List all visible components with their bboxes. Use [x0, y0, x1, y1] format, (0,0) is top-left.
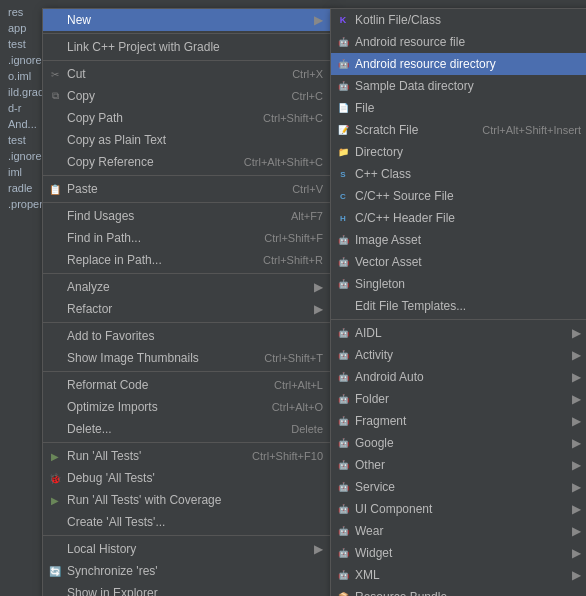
cpp-source-icon: C	[335, 188, 351, 204]
analyze-icon	[47, 279, 63, 295]
menu-item-label: Singleton	[355, 277, 581, 291]
menu-item-label: Copy	[67, 89, 284, 103]
arrow-icon: ▶	[572, 458, 581, 472]
menu-item-cpp-header[interactable]: H C/C++ Header File	[331, 207, 586, 229]
menu-item-singleton[interactable]: 🤖 Singleton	[331, 273, 586, 295]
widget-icon: 🤖	[335, 545, 351, 561]
menu-item-find-usages[interactable]: Find Usages Alt+F7	[43, 205, 331, 227]
secondary-context-menu: K Kotlin File/Class 🤖 Android resource f…	[330, 8, 586, 596]
arrow-icon: ▶	[572, 436, 581, 450]
menu-item-label: Run 'All Tests' with Coverage	[67, 493, 323, 507]
menu-item-sample-data[interactable]: 🤖 Sample Data directory	[331, 75, 586, 97]
menu-item-find-path[interactable]: Find in Path... Ctrl+Shift+F	[43, 227, 331, 249]
menu-item-aidl[interactable]: 🤖 AIDL ▶	[331, 322, 586, 344]
menu-item-copy[interactable]: ⧉ Copy Ctrl+C	[43, 85, 331, 107]
shortcut-text: Ctrl+X	[292, 68, 323, 80]
menu-item-fragment[interactable]: 🤖 Fragment ▶	[331, 410, 586, 432]
kotlin-icon: K	[335, 12, 351, 28]
optimize-icon	[47, 399, 63, 415]
menu-item-replace-path[interactable]: Replace in Path... Ctrl+Shift+R	[43, 249, 331, 271]
menu-item-label: Run 'All Tests'	[67, 449, 244, 463]
menu-item-ui-component[interactable]: 🤖 UI Component ▶	[331, 498, 586, 520]
ui-icon: 🤖	[335, 501, 351, 517]
menu-item-link-cpp[interactable]: Link C++ Project with Gradle	[43, 36, 331, 58]
copy-icon: ⧉	[47, 88, 63, 104]
menu-item-kotlin-file[interactable]: K Kotlin File/Class	[331, 9, 586, 31]
menu-item-activity[interactable]: 🤖 Activity ▶	[331, 344, 586, 366]
shortcut-text: Ctrl+Shift+F10	[252, 450, 323, 462]
menu-item-local-history[interactable]: Local History ▶	[43, 538, 331, 560]
menu-item-google[interactable]: 🤖 Google ▶	[331, 432, 586, 454]
activity-icon: 🤖	[335, 347, 351, 363]
menu-divider	[331, 319, 586, 320]
image-asset-icon: 🤖	[335, 232, 351, 248]
menu-item-label: Vector Asset	[355, 255, 581, 269]
cpp-class-icon: S	[335, 166, 351, 182]
menu-item-resource-bundle[interactable]: 📦 Resource Bundle	[331, 586, 586, 596]
menu-item-xml[interactable]: 🤖 XML ▶	[331, 564, 586, 586]
menu-item-label: Other	[355, 458, 568, 472]
arrow-icon: ▶	[572, 326, 581, 340]
menu-item-label: Sample Data directory	[355, 79, 581, 93]
menu-item-android-resource-file[interactable]: 🤖 Android resource file	[331, 31, 586, 53]
menu-item-android-resource-dir[interactable]: 🤖 Android resource directory	[331, 53, 586, 75]
android-resource-dir-icon: 🤖	[335, 56, 351, 72]
menu-item-service[interactable]: 🤖 Service ▶	[331, 476, 586, 498]
menu-item-refactor[interactable]: Refactor ▶	[43, 298, 331, 320]
menu-item-label: Optimize Imports	[67, 400, 264, 414]
menu-item-label: Resource Bundle	[355, 590, 581, 596]
menu-item-android-auto[interactable]: 🤖 Android Auto ▶	[331, 366, 586, 388]
file-icon: 📄	[335, 100, 351, 116]
menu-item-wear[interactable]: 🤖 Wear ▶	[331, 520, 586, 542]
menu-item-edit-templates[interactable]: Edit File Templates...	[331, 295, 586, 317]
menu-item-paste[interactable]: 📋 Paste Ctrl+V	[43, 178, 331, 200]
menu-item-label: Cut	[67, 67, 284, 81]
shortcut-text: Ctrl+C	[292, 90, 323, 102]
menu-item-cpp-source[interactable]: C C/C++ Source File	[331, 185, 586, 207]
vector-asset-icon: 🤖	[335, 254, 351, 270]
menu-item-add-favorites[interactable]: Add to Favorites	[43, 325, 331, 347]
menu-item-thumbnails[interactable]: Show Image Thumbnails Ctrl+Shift+T	[43, 347, 331, 369]
arrow-icon: ▶	[572, 370, 581, 384]
shortcut-text: Ctrl+Alt+L	[274, 379, 323, 391]
menu-item-reformat[interactable]: Reformat Code Ctrl+Alt+L	[43, 374, 331, 396]
menu-item-synchronize[interactable]: 🔄 Synchronize 'res'	[43, 560, 331, 582]
menu-item-copy-plain[interactable]: Copy as Plain Text	[43, 129, 331, 151]
android-auto-icon: 🤖	[335, 369, 351, 385]
copy-plain-icon	[47, 132, 63, 148]
menu-item-label: Reformat Code	[67, 378, 266, 392]
run-icon: ▶	[47, 448, 63, 464]
menu-item-folder[interactable]: 🤖 Folder ▶	[331, 388, 586, 410]
menu-item-cpp-class[interactable]: S C++ Class	[331, 163, 586, 185]
menu-item-show-explorer[interactable]: Show in Explorer	[43, 582, 331, 596]
folder-icon: 🤖	[335, 391, 351, 407]
menu-item-copy-path[interactable]: Copy Path Ctrl+Shift+C	[43, 107, 331, 129]
menu-item-debug-all[interactable]: 🐞 Debug 'All Tests'	[43, 467, 331, 489]
menu-item-vector-asset[interactable]: 🤖 Vector Asset	[331, 251, 586, 273]
menu-item-scratch-file[interactable]: 📝 Scratch File Ctrl+Alt+Shift+Insert	[331, 119, 586, 141]
menu-item-directory[interactable]: 📁 Directory	[331, 141, 586, 163]
menu-item-copy-ref[interactable]: Copy Reference Ctrl+Alt+Shift+C	[43, 151, 331, 173]
menu-item-label: C++ Class	[355, 167, 581, 181]
menu-item-other[interactable]: 🤖 Other ▶	[331, 454, 586, 476]
menu-item-image-asset[interactable]: 🤖 Image Asset	[331, 229, 586, 251]
arrow-icon: ▶	[572, 414, 581, 428]
menu-item-widget[interactable]: 🤖 Widget ▶	[331, 542, 586, 564]
menu-item-run-all[interactable]: ▶ Run 'All Tests' Ctrl+Shift+F10	[43, 445, 331, 467]
menu-item-optimize[interactable]: Optimize Imports Ctrl+Alt+O	[43, 396, 331, 418]
menu-item-label: Replace in Path...	[67, 253, 255, 267]
menu-item-cut[interactable]: ✂ Cut Ctrl+X	[43, 63, 331, 85]
menu-item-file[interactable]: 📄 File	[331, 97, 586, 119]
menu-item-label: Activity	[355, 348, 568, 362]
menu-item-analyze[interactable]: Analyze ▶	[43, 276, 331, 298]
menu-item-label: Find Usages	[67, 209, 283, 223]
menu-item-label: New	[67, 13, 310, 27]
menu-item-run-coverage[interactable]: ▶ Run 'All Tests' with Coverage	[43, 489, 331, 511]
menu-item-delete[interactable]: Delete... Delete	[43, 418, 331, 440]
arrow-icon: ▶	[572, 524, 581, 538]
menu-item-create-all[interactable]: Create 'All Tests'...	[43, 511, 331, 533]
menu-item-new[interactable]: New ▶	[43, 9, 331, 31]
android-resource-file-icon: 🤖	[335, 34, 351, 50]
menu-item-label: Directory	[355, 145, 581, 159]
shortcut-text: Ctrl+Alt+O	[272, 401, 323, 413]
